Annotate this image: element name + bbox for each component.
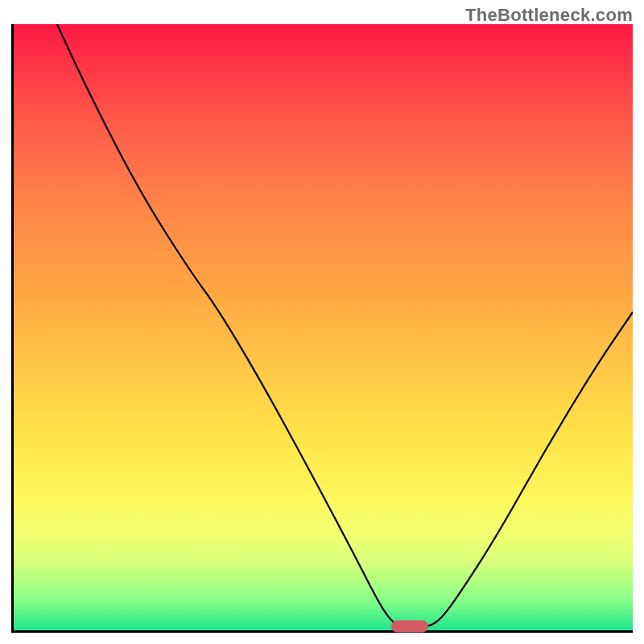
bottleneck-marker [391, 621, 428, 633]
attribution-text: TheBottleneck.com [465, 5, 633, 26]
plot-area [11, 24, 633, 633]
curve-path [57, 24, 633, 626]
curve-svg [14, 24, 633, 630]
chart-container: TheBottleneck.com [0, 0, 644, 644]
